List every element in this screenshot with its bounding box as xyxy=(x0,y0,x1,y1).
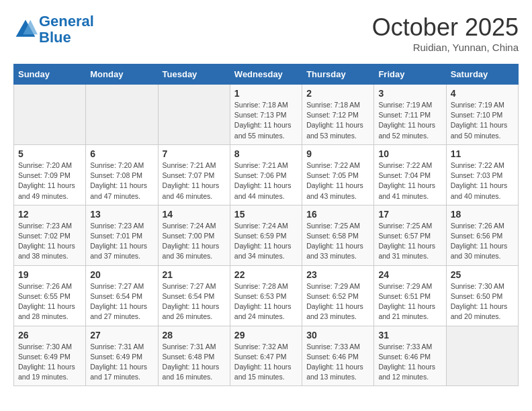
day-number: 29 xyxy=(234,330,298,340)
calendar-cell xyxy=(86,85,158,145)
day-number: 3 xyxy=(378,88,441,99)
day-info: Sunrise: 7:18 AM Sunset: 7:13 PM Dayligh… xyxy=(234,100,298,141)
day-number: 25 xyxy=(451,269,514,280)
logo-text: General Blue xyxy=(39,13,94,46)
weekday-header-wednesday: Wednesday xyxy=(230,64,302,85)
calendar-cell: 22Sunrise: 7:28 AM Sunset: 6:53 PM Dayli… xyxy=(230,265,302,326)
day-number: 18 xyxy=(451,209,514,220)
weekday-header-friday: Friday xyxy=(374,64,446,85)
page-header: General Blue October 2025 Ruidian, Yunna… xyxy=(13,13,519,53)
calendar-cell: 13Sunrise: 7:23 AM Sunset: 7:01 PM Dayli… xyxy=(86,205,158,265)
day-info: Sunrise: 7:31 AM Sunset: 6:49 PM Dayligh… xyxy=(90,342,153,383)
day-info: Sunrise: 7:21 AM Sunset: 7:07 PM Dayligh… xyxy=(163,161,226,201)
calendar-cell: 8Sunrise: 7:21 AM Sunset: 7:06 PM Daylig… xyxy=(230,144,302,205)
day-info: Sunrise: 7:27 AM Sunset: 6:54 PM Dayligh… xyxy=(163,281,226,322)
calendar-cell: 24Sunrise: 7:29 AM Sunset: 6:51 PM Dayli… xyxy=(374,265,446,326)
calendar-cell: 27Sunrise: 7:31 AM Sunset: 6:49 PM Dayli… xyxy=(86,326,158,386)
day-info: Sunrise: 7:27 AM Sunset: 6:54 PM Dayligh… xyxy=(90,281,153,322)
day-number: 31 xyxy=(378,330,441,340)
day-info: Sunrise: 7:26 AM Sunset: 6:55 PM Dayligh… xyxy=(18,281,81,322)
calendar-table: SundayMondayTuesdayWednesdayThursdayFrid… xyxy=(13,64,519,386)
calendar-cell: 4Sunrise: 7:19 AM Sunset: 7:10 PM Daylig… xyxy=(446,85,518,145)
weekday-header-saturday: Saturday xyxy=(446,64,518,85)
day-info: Sunrise: 7:20 AM Sunset: 7:08 PM Dayligh… xyxy=(90,161,153,201)
day-info: Sunrise: 7:20 AM Sunset: 7:09 PM Dayligh… xyxy=(18,161,81,201)
day-info: Sunrise: 7:22 AM Sunset: 7:05 PM Dayligh… xyxy=(306,161,369,201)
day-number: 9 xyxy=(306,148,369,159)
calendar-cell xyxy=(446,326,518,386)
calendar-cell: 16Sunrise: 7:25 AM Sunset: 6:58 PM Dayli… xyxy=(302,205,374,265)
day-number: 2 xyxy=(306,88,369,99)
calendar-cell: 31Sunrise: 7:33 AM Sunset: 6:46 PM Dayli… xyxy=(374,326,446,386)
calendar-cell: 11Sunrise: 7:22 AM Sunset: 7:03 PM Dayli… xyxy=(446,144,518,205)
day-info: Sunrise: 7:25 AM Sunset: 6:57 PM Dayligh… xyxy=(378,221,441,262)
day-info: Sunrise: 7:21 AM Sunset: 7:06 PM Dayligh… xyxy=(234,161,298,201)
week-row-5: 26Sunrise: 7:30 AM Sunset: 6:49 PM Dayli… xyxy=(14,326,519,386)
day-number: 21 xyxy=(163,269,226,280)
day-number: 13 xyxy=(90,209,153,220)
day-number: 30 xyxy=(306,330,369,340)
day-number: 5 xyxy=(18,148,81,159)
calendar-cell: 23Sunrise: 7:29 AM Sunset: 6:52 PM Dayli… xyxy=(302,265,374,326)
day-info: Sunrise: 7:29 AM Sunset: 6:51 PM Dayligh… xyxy=(378,281,441,322)
calendar-cell: 26Sunrise: 7:30 AM Sunset: 6:49 PM Dayli… xyxy=(14,326,86,386)
day-number: 27 xyxy=(90,330,153,340)
calendar-cell xyxy=(158,85,230,145)
weekday-header-monday: Monday xyxy=(86,64,158,85)
title-block: October 2025 Ruidian, Yunnan, China xyxy=(372,13,519,53)
calendar-cell: 29Sunrise: 7:32 AM Sunset: 6:47 PM Dayli… xyxy=(230,326,302,386)
logo: General Blue xyxy=(13,13,94,46)
week-row-4: 19Sunrise: 7:26 AM Sunset: 6:55 PM Dayli… xyxy=(14,265,519,326)
day-number: 19 xyxy=(18,269,81,280)
calendar-cell: 6Sunrise: 7:20 AM Sunset: 7:08 PM Daylig… xyxy=(86,144,158,205)
day-info: Sunrise: 7:28 AM Sunset: 6:53 PM Dayligh… xyxy=(234,281,298,322)
day-info: Sunrise: 7:29 AM Sunset: 6:52 PM Dayligh… xyxy=(306,281,369,322)
day-info: Sunrise: 7:33 AM Sunset: 6:46 PM Dayligh… xyxy=(306,342,369,383)
day-number: 16 xyxy=(306,209,369,220)
day-number: 17 xyxy=(378,209,441,220)
day-number: 8 xyxy=(234,148,298,159)
day-info: Sunrise: 7:23 AM Sunset: 7:02 PM Dayligh… xyxy=(18,221,81,262)
calendar-cell: 12Sunrise: 7:23 AM Sunset: 7:02 PM Dayli… xyxy=(14,205,86,265)
day-info: Sunrise: 7:31 AM Sunset: 6:48 PM Dayligh… xyxy=(163,342,226,383)
day-info: Sunrise: 7:30 AM Sunset: 6:50 PM Dayligh… xyxy=(451,281,514,322)
day-number: 11 xyxy=(451,148,514,159)
calendar-cell: 5Sunrise: 7:20 AM Sunset: 7:09 PM Daylig… xyxy=(14,144,86,205)
month-title: October 2025 xyxy=(372,13,519,42)
day-info: Sunrise: 7:33 AM Sunset: 6:46 PM Dayligh… xyxy=(378,342,441,383)
calendar-cell: 19Sunrise: 7:26 AM Sunset: 6:55 PM Dayli… xyxy=(14,265,86,326)
day-info: Sunrise: 7:23 AM Sunset: 7:01 PM Dayligh… xyxy=(90,221,153,262)
day-info: Sunrise: 7:25 AM Sunset: 6:58 PM Dayligh… xyxy=(306,221,369,262)
day-number: 14 xyxy=(163,209,226,220)
logo-icon xyxy=(13,17,38,42)
week-row-3: 12Sunrise: 7:23 AM Sunset: 7:02 PM Dayli… xyxy=(14,205,519,265)
day-info: Sunrise: 7:30 AM Sunset: 6:49 PM Dayligh… xyxy=(18,342,81,383)
day-number: 26 xyxy=(18,330,81,340)
day-info: Sunrise: 7:32 AM Sunset: 6:47 PM Dayligh… xyxy=(234,342,298,383)
week-row-2: 5Sunrise: 7:20 AM Sunset: 7:09 PM Daylig… xyxy=(14,144,519,205)
calendar-cell: 10Sunrise: 7:22 AM Sunset: 7:04 PM Dayli… xyxy=(374,144,446,205)
weekday-header-sunday: Sunday xyxy=(14,64,86,85)
day-number: 7 xyxy=(163,148,226,159)
day-info: Sunrise: 7:19 AM Sunset: 7:10 PM Dayligh… xyxy=(451,100,514,141)
calendar-cell: 17Sunrise: 7:25 AM Sunset: 6:57 PM Dayli… xyxy=(374,205,446,265)
calendar-cell: 20Sunrise: 7:27 AM Sunset: 6:54 PM Dayli… xyxy=(86,265,158,326)
calendar-cell: 1Sunrise: 7:18 AM Sunset: 7:13 PM Daylig… xyxy=(230,85,302,145)
day-number: 6 xyxy=(90,148,153,159)
calendar-cell: 18Sunrise: 7:26 AM Sunset: 6:56 PM Dayli… xyxy=(446,205,518,265)
day-number: 20 xyxy=(90,269,153,280)
calendar-cell: 3Sunrise: 7:19 AM Sunset: 7:11 PM Daylig… xyxy=(374,85,446,145)
weekday-header-tuesday: Tuesday xyxy=(158,64,230,85)
day-number: 12 xyxy=(18,209,81,220)
day-info: Sunrise: 7:24 AM Sunset: 7:00 PM Dayligh… xyxy=(163,221,226,262)
calendar-cell: 9Sunrise: 7:22 AM Sunset: 7:05 PM Daylig… xyxy=(302,144,374,205)
calendar-cell: 15Sunrise: 7:24 AM Sunset: 6:59 PM Dayli… xyxy=(230,205,302,265)
calendar-cell: 14Sunrise: 7:24 AM Sunset: 7:00 PM Dayli… xyxy=(158,205,230,265)
week-row-1: 1Sunrise: 7:18 AM Sunset: 7:13 PM Daylig… xyxy=(14,85,519,145)
day-info: Sunrise: 7:19 AM Sunset: 7:11 PM Dayligh… xyxy=(378,100,441,141)
day-info: Sunrise: 7:22 AM Sunset: 7:04 PM Dayligh… xyxy=(378,161,441,201)
day-number: 23 xyxy=(306,269,369,280)
day-number: 4 xyxy=(451,88,514,99)
day-info: Sunrise: 7:22 AM Sunset: 7:03 PM Dayligh… xyxy=(451,161,514,201)
location-subtitle: Ruidian, Yunnan, China xyxy=(372,42,519,53)
